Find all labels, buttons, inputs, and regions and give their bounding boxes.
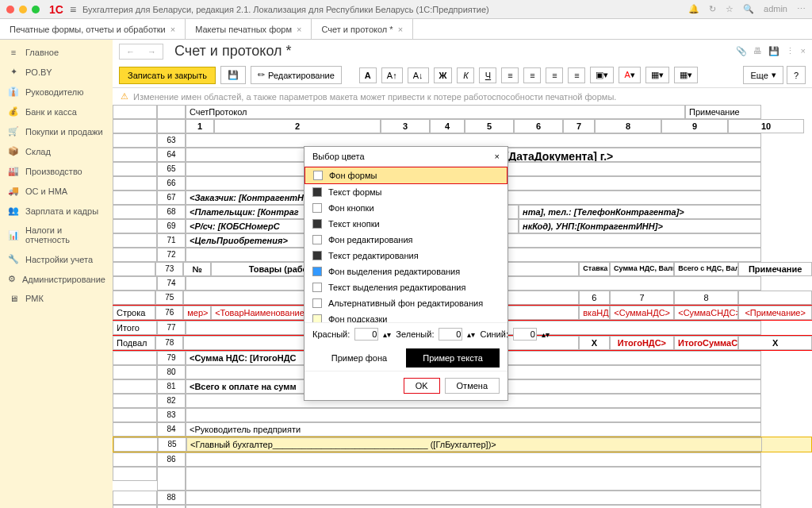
color-option-button-text[interactable]: Текст кнопки bbox=[304, 216, 508, 232]
box-icon: 📦 bbox=[8, 146, 19, 156]
document-tabs: Печатные формы, отчеты и обработки× Маке… bbox=[0, 19, 812, 40]
people-icon: 👥 bbox=[8, 206, 19, 216]
more-button[interactable]: Еще ▾ bbox=[743, 66, 783, 84]
tab-invoice[interactable]: Счет и протокол *× bbox=[312, 19, 413, 39]
close-icon[interactable]: × bbox=[801, 46, 806, 56]
more-icon[interactable]: ⋮ bbox=[786, 46, 795, 56]
cancel-button[interactable]: Отмена bbox=[445, 378, 500, 394]
star-icon[interactable]: ☆ bbox=[726, 4, 733, 14]
factory-icon: 🏭 bbox=[8, 166, 19, 176]
sidebar-item-taxes[interactable]: 📊Налоги и отчетность bbox=[0, 221, 113, 249]
borders-button[interactable]: ▦▾ bbox=[645, 67, 669, 83]
window-maximize[interactable] bbox=[32, 6, 40, 13]
sidebar-item-warehouse[interactable]: 📦Склад bbox=[0, 141, 113, 161]
user-label[interactable]: admin bbox=[764, 4, 787, 14]
align-right-button[interactable]: ≡ bbox=[546, 67, 563, 83]
text-color-button[interactable]: A▾ bbox=[619, 67, 640, 83]
sidebar-item-settings[interactable]: 🔧Настройки учета bbox=[0, 249, 113, 269]
selected-cell[interactable]: <Главный бухгалтер______________________… bbox=[186, 437, 762, 452]
dialog-close[interactable]: × bbox=[495, 152, 500, 161]
history-icon[interactable]: ↻ bbox=[709, 4, 716, 14]
sheet-header: СчетПротокол bbox=[186, 105, 685, 119]
cells-button[interactable]: ▦▾ bbox=[674, 67, 698, 83]
color-option-button-bg[interactable]: Фон кнопки bbox=[304, 200, 508, 216]
example-bg: Пример фона bbox=[312, 348, 406, 368]
app-logo: 1C bbox=[49, 3, 63, 16]
color-picker-dialog: Выбор цвета × Фон формы Текст формы Фон … bbox=[304, 146, 508, 401]
save-close-button[interactable]: Записать и закрыть bbox=[119, 67, 216, 84]
sidebar-item-manager[interactable]: 👔Руководителю bbox=[0, 82, 113, 102]
close-icon[interactable]: × bbox=[297, 25, 301, 34]
italic-button[interactable]: К bbox=[457, 67, 474, 83]
sidebar-item-rmk[interactable]: 🖥РМК bbox=[0, 289, 113, 308]
nav-forward[interactable]: → bbox=[141, 44, 163, 59]
nav-back[interactable]: ← bbox=[120, 44, 141, 59]
color-option-alt-edit-bg[interactable]: Альтернативный фон редактирования bbox=[304, 295, 508, 311]
dialog-title: Выбор цвета bbox=[312, 152, 365, 161]
print-icon[interactable]: 🖶 bbox=[753, 46, 762, 56]
bold-button[interactable]: Ж bbox=[434, 67, 453, 83]
tab-templates[interactable]: Макеты печатных форм× bbox=[186, 19, 312, 39]
main-sidebar: ≡Главное ✦PO.BY 👔Руководителю 💰Банк и ка… bbox=[0, 40, 113, 508]
warning-icon: ⚠ bbox=[121, 91, 128, 102]
chart-icon: 📊 bbox=[8, 230, 19, 241]
truck-icon: 🚚 bbox=[8, 186, 19, 196]
note-column: Примечание bbox=[685, 105, 761, 119]
sidebar-item-poby[interactable]: ✦PO.BY bbox=[0, 62, 113, 82]
align-justify-button[interactable]: ≡ bbox=[568, 67, 585, 83]
align-left-button[interactable]: ≡ bbox=[501, 67, 519, 83]
edit-mode-button[interactable]: ✏ Редактирование bbox=[251, 66, 342, 84]
menu-icon: ≡ bbox=[8, 48, 19, 57]
color-option-form-bg[interactable]: Фон формы bbox=[304, 167, 508, 184]
gear-icon: ⚙ bbox=[8, 274, 16, 284]
manager-icon: 👔 bbox=[8, 87, 19, 97]
warning-text: Изменение имен областей, а также парамет… bbox=[133, 92, 616, 102]
document-title: Счет и протокол * bbox=[174, 43, 292, 60]
search-icon[interactable]: 🔍 bbox=[743, 4, 754, 14]
ok-button[interactable]: OK bbox=[404, 378, 440, 394]
attach-icon[interactable]: 📎 bbox=[736, 46, 747, 56]
example-text: Пример текста bbox=[406, 348, 500, 368]
wrench-icon: 🔧 bbox=[8, 254, 19, 264]
sidebar-item-production[interactable]: 🏭Производство bbox=[0, 161, 113, 181]
window-title: Бухгалтерия для Беларуси, редакция 2.1. … bbox=[82, 5, 688, 14]
save-button[interactable]: 💾 bbox=[220, 66, 246, 84]
font-grow-button[interactable]: A↑ bbox=[381, 67, 403, 83]
sidebar-item-assets[interactable]: 🚚ОС и НМА bbox=[0, 181, 113, 201]
red-input[interactable] bbox=[354, 328, 378, 341]
font-shrink-button[interactable]: A↓ bbox=[408, 67, 429, 83]
close-icon[interactable]: × bbox=[398, 25, 403, 34]
window-minimize[interactable] bbox=[19, 6, 27, 13]
underline-button[interactable]: Ч bbox=[479, 67, 496, 83]
color-option-edit-text[interactable]: Текст редактирования bbox=[304, 248, 508, 264]
star-icon: ✦ bbox=[8, 67, 19, 77]
color-option-form-text[interactable]: Текст формы bbox=[304, 184, 508, 200]
color-option-hint-bg[interactable]: Фон подсказки bbox=[304, 311, 508, 322]
close-icon[interactable]: × bbox=[170, 25, 175, 34]
font-button[interactable]: A bbox=[359, 67, 377, 83]
window-close[interactable] bbox=[6, 6, 14, 13]
cart-icon: 🛒 bbox=[8, 126, 19, 137]
blue-input[interactable] bbox=[513, 328, 537, 341]
tab-print-forms[interactable]: Печатные формы, отчеты и обработки× bbox=[0, 19, 186, 39]
color-option-edit-bg[interactable]: Фон редактирования bbox=[304, 232, 508, 248]
fill-color-button[interactable]: ▣▾ bbox=[590, 67, 614, 83]
monitor-icon: 🖥 bbox=[8, 294, 19, 303]
bank-icon: 💰 bbox=[8, 106, 19, 117]
sidebar-item-admin[interactable]: ⚙Администрирование bbox=[0, 269, 113, 289]
green-input[interactable] bbox=[439, 328, 462, 341]
align-center-button[interactable]: ≡ bbox=[523, 67, 541, 83]
sidebar-item-main[interactable]: ≡Главное bbox=[0, 43, 113, 62]
help-button[interactable]: ? bbox=[787, 66, 806, 84]
color-option-selection-bg[interactable]: Фон выделения редактирования bbox=[304, 264, 508, 279]
sidebar-item-bank[interactable]: 💰Банк и касса bbox=[0, 102, 113, 121]
sidebar-item-salary[interactable]: 👥Зарплата и кадры bbox=[0, 201, 113, 221]
color-option-selection-text[interactable]: Текст выделения редактирования bbox=[304, 279, 508, 295]
bell-icon[interactable]: 🔔 bbox=[688, 4, 699, 14]
menu-icon[interactable]: ⋯ bbox=[797, 4, 806, 14]
save-icon[interactable]: 💾 bbox=[768, 46, 779, 56]
sidebar-item-sales[interactable]: 🛒Покупки и продажи bbox=[0, 121, 113, 141]
